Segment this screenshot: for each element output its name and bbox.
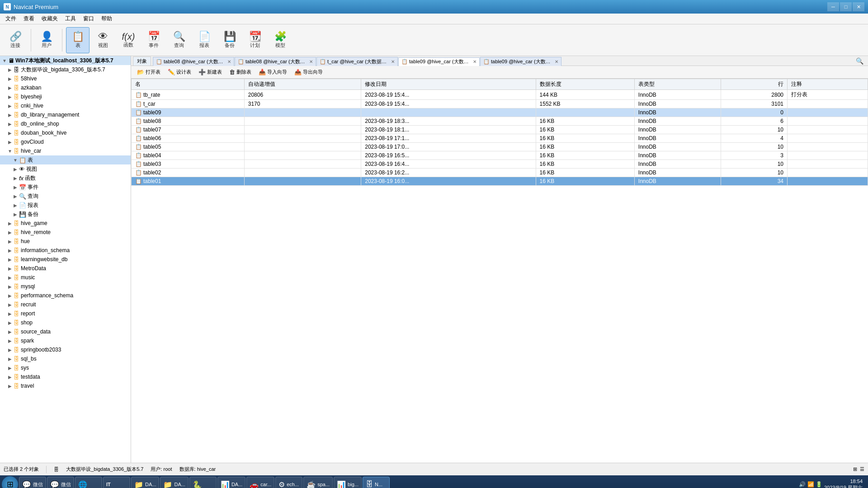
- tab-close[interactable]: ✕: [309, 59, 313, 64]
- col-header-size[interactable]: 数据长度: [536, 79, 634, 90]
- taskbar-car[interactable]: 🚗 car...: [246, 477, 274, 488]
- sidebar-item-source_data[interactable]: ▶ 🗄 source_data: [0, 327, 131, 336]
- list-icon[interactable]: ☰: [860, 466, 864, 472]
- sidebar-item-hive-car-backup[interactable]: ▶ 💾 备份: [0, 210, 131, 219]
- sidebar-item-hive-car-view[interactable]: ▶ 👁 视图: [0, 164, 131, 174]
- col-header-name[interactable]: 名: [132, 79, 245, 90]
- table-row[interactable]: 📋table09 InnoDB 0: [132, 108, 868, 117]
- toolbar-model[interactable]: 🧩 模型: [269, 27, 292, 53]
- taskbar-da2[interactable]: 📊 DA...: [217, 477, 245, 488]
- tab-table08-1[interactable]: 📋 table08 @hive_car (大数据毕... ✕: [153, 57, 234, 66]
- menu-file[interactable]: 文件: [2, 14, 20, 24]
- toolbar-table[interactable]: 📋 表: [66, 27, 90, 53]
- sidebar-item-sys[interactable]: ▶ 🗄 sys: [0, 363, 131, 372]
- sidebar-item-azkaban[interactable]: ▶ 🗄 azkaban: [0, 83, 131, 92]
- col-header-auto-inc[interactable]: 自动递增值: [244, 79, 361, 90]
- design-table-button[interactable]: ✏️ 设计表: [165, 67, 194, 77]
- table-row[interactable]: 📋table04 2023-08-19 16:5... 16 KB InnoDB…: [132, 151, 868, 160]
- taskbar-wechat-mini[interactable]: 💬 微信: [19, 477, 46, 488]
- sidebar-item-recruit[interactable]: ▶ 🗄 recruit: [0, 300, 131, 309]
- sidebar-item-sql_bs[interactable]: ▶ 🗄 sql_bs: [0, 354, 131, 363]
- taskbar-wechat[interactable]: 💬 微信: [47, 477, 74, 488]
- sidebar-item-travel[interactable]: ▶ 🗄 travel: [0, 381, 131, 390]
- table-row[interactable]: 📋table02 2023-08-19 16:2... 16 KB InnoDB…: [132, 169, 868, 177]
- table-row[interactable]: 📋table03 2023-08-19 16:4... 16 KB InnoDB…: [132, 160, 868, 169]
- col-header-rows[interactable]: 行: [721, 79, 788, 90]
- sidebar-item-58hive[interactable]: ▶ 🗄 58hive: [0, 74, 131, 83]
- table-row[interactable]: 📋table01 2023-08-19 16:0... 16 KB InnoDB…: [132, 177, 868, 186]
- toolbar-view[interactable]: 👁 视图: [91, 27, 115, 53]
- sidebar-item-MetroData[interactable]: ▶ 🗄 MetroData: [0, 264, 131, 273]
- sidebar-item-db_library[interactable]: ▶ 🗄 db_library_management: [0, 110, 131, 119]
- sidebar-item-hue[interactable]: ▶ 🗄 hue: [0, 237, 131, 246]
- import-wizard-button[interactable]: 📥 导入向导: [255, 67, 290, 77]
- sidebar-item-hive_remote[interactable]: ▶ 🗄 hive_remote: [0, 228, 131, 237]
- sidebar-item-report[interactable]: ▶ 🗄 report: [0, 309, 131, 318]
- taskbar-big[interactable]: 📊 big...: [334, 477, 362, 488]
- sidebar-item-govCloud[interactable]: ▶ 🗄 govCloud: [0, 137, 131, 146]
- grid-icon[interactable]: ⊞: [853, 466, 857, 472]
- toolbar-func[interactable]: f(x) 函数: [117, 27, 140, 53]
- sidebar-item-music[interactable]: ▶ 🗄 music: [0, 273, 131, 282]
- export-wizard-button[interactable]: 📤 导出向导: [291, 67, 326, 77]
- search-icon[interactable]: 🔍: [853, 57, 866, 65]
- sidebar-item-hive-car-query[interactable]: ▶ 🔍 查询: [0, 192, 131, 201]
- connection-sub[interactable]: ▶ 🗄 大数据毕设_bigdata_3306_版本5.7: [0, 65, 131, 74]
- open-table-button[interactable]: 📂 打开表: [134, 67, 164, 77]
- connection-root[interactable]: ▼ 🖥 Win7本地测试_localhost_3306_版本5.7: [0, 56, 131, 65]
- taskbar-browser[interactable]: 🌐: [75, 477, 102, 488]
- col-header-comment[interactable]: 注释: [788, 79, 868, 90]
- toolbar-query[interactable]: 🔍 查询: [167, 27, 191, 53]
- sidebar-item-information_schema[interactable]: ▶ 🗄 information_schema: [0, 246, 131, 255]
- taskbar-time[interactable]: 18:54 2023/8/19 星期六: [824, 478, 863, 488]
- sidebar-item-douban[interactable]: ▶ 🗄 douban_book_hive: [0, 128, 131, 137]
- sidebar-item-db_online_shop[interactable]: ▶ 🗄 db_online_shop: [0, 119, 131, 128]
- delete-table-button[interactable]: 🗑 删除表: [226, 67, 255, 77]
- toolbar-backup[interactable]: 💾 备份: [218, 27, 241, 53]
- sidebar-item-springbootb2033[interactable]: ▶ 🗄 springbootb2033: [0, 345, 131, 354]
- taskbar-pycharm[interactable]: 🐍: [189, 477, 217, 488]
- table-row[interactable]: 📋table07 2023-08-19 18:1... 16 KB InnoDB…: [132, 126, 868, 134]
- col-header-modified[interactable]: 修改日期: [361, 79, 536, 90]
- menu-window[interactable]: 窗口: [80, 14, 98, 24]
- taskbar-folder2[interactable]: 📁 DA...: [160, 477, 188, 488]
- tab-close[interactable]: ✕: [473, 59, 476, 64]
- taskbar-ech[interactable]: ⚙ ech...: [275, 477, 302, 488]
- toolbar-schedule[interactable]: 📆 计划: [243, 27, 267, 53]
- start-button[interactable]: ⊞: [2, 476, 18, 488]
- sidebar-item-testdata[interactable]: ▶ 🗄 testdata: [0, 372, 131, 381]
- sidebar-item-mysql[interactable]: ▶ 🗄 mysql: [0, 282, 131, 291]
- tab-table08-2[interactable]: 📋 table08 @hive_car (大数据毕... ✕: [235, 57, 316, 66]
- toolbar-report[interactable]: 📄 报表: [193, 27, 216, 53]
- toolbar-connect[interactable]: 🔗 连接: [4, 27, 27, 53]
- sidebar-item-biyesheji[interactable]: ▶ 🗄 biyesheji: [0, 92, 131, 101]
- col-header-type[interactable]: 表类型: [634, 79, 721, 90]
- sidebar-item-learningwebsite[interactable]: ▶ 🗄 learningwebsite_db: [0, 255, 131, 264]
- taskbar-navicat[interactable]: 🗄 N...: [363, 477, 390, 488]
- sidebar-item-shop[interactable]: ▶ 🗄 shop: [0, 318, 131, 327]
- taskbar-spa[interactable]: ☕ spa...: [303, 477, 333, 488]
- tab-close[interactable]: ✕: [391, 59, 395, 64]
- menu-tools[interactable]: 工具: [61, 14, 80, 24]
- sidebar-item-hive_game[interactable]: ▶ 🗄 hive_game: [0, 219, 131, 228]
- new-table-button[interactable]: ➕ 新建表: [195, 67, 225, 77]
- toolbar-user[interactable]: 👤 用户: [35, 27, 58, 53]
- menu-help[interactable]: 帮助: [98, 14, 116, 24]
- table-row[interactable]: 📋t_car 3170 2023-08-19 15:4... 1552 KB I…: [132, 100, 868, 108]
- sidebar-item-hive-car-event[interactable]: ▶ 📅 事件: [0, 183, 131, 192]
- tab-t_car[interactable]: 📋 t_car @hive_car (大数据毕设_... ✕: [316, 57, 398, 66]
- sidebar-item-hive_car[interactable]: ▼ 🗄 hive_car: [0, 146, 131, 155]
- sidebar-item-cnki_hive[interactable]: ▶ 🗄 cnki_hive: [0, 101, 131, 110]
- sidebar-item-hive-car-report[interactable]: ▶ 📄 报表: [0, 201, 131, 210]
- menu-view[interactable]: 查看: [20, 14, 38, 24]
- table-row[interactable]: 📋table06 2023-08-19 17:1... 16 KB InnoDB…: [132, 134, 868, 143]
- minimize-button[interactable]: ─: [827, 2, 839, 11]
- tab-table09-2[interactable]: 📋 table09 @hive_car (大数据毕... ✕: [480, 57, 561, 66]
- sidebar-item-hive-car-func[interactable]: ▶ fx 函数: [0, 174, 131, 183]
- taskbar-folder1[interactable]: 📁 DA...: [131, 477, 159, 488]
- taskbar-it[interactable]: IT: [103, 477, 130, 488]
- toolbar-event[interactable]: 📅 事件: [142, 27, 165, 53]
- object-tab[interactable]: 对象: [133, 56, 151, 66]
- sidebar-item-hive-car-table[interactable]: ▼ 📋 表: [0, 155, 131, 164]
- maximize-button[interactable]: □: [840, 2, 852, 11]
